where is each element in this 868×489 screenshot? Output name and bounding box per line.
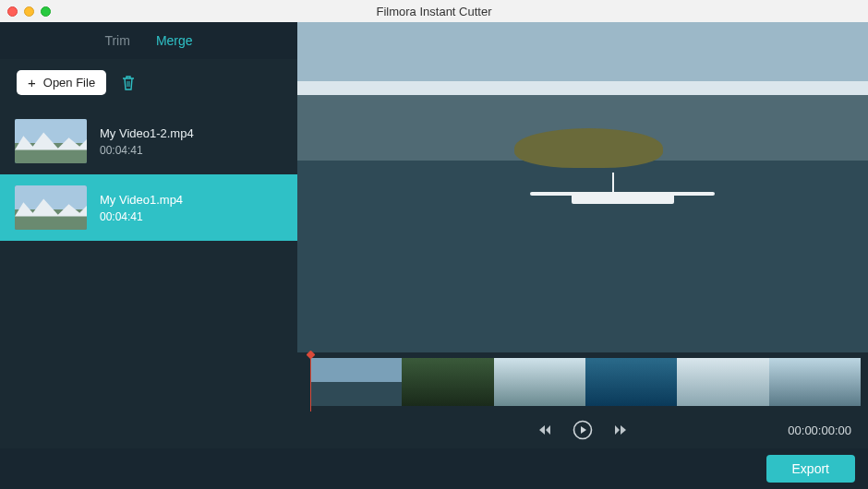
plus-icon: + — [28, 76, 36, 89]
app-body: Trim Merge + Open File — [0, 22, 868, 448]
sidebar-toolbar: + Open File — [0, 59, 297, 102]
clip-thumbnail — [15, 119, 87, 163]
timeline-frames — [310, 358, 861, 406]
video-preview[interactable] — [297, 22, 868, 352]
window-title: Filmora Instant Cutter — [0, 5, 868, 18]
next-frame-icon[interactable] — [615, 423, 630, 436]
frame-thumb — [494, 358, 585, 406]
frame-thumb — [310, 358, 402, 406]
sidebar: Trim Merge + Open File — [0, 22, 297, 448]
clip-thumbnail — [15, 185, 87, 230]
zoom-icon[interactable] — [41, 6, 51, 17]
frame-thumb — [677, 358, 768, 406]
frame-thumb — [585, 358, 677, 406]
clip-meta: My Video1.mp4 00:04:41 — [100, 193, 183, 223]
transport — [536, 420, 630, 440]
footer: Export — [0, 448, 868, 489]
clip-name: My Video1-2.mp4 — [100, 126, 194, 140]
clip-item[interactable]: My Video1.mp4 00:04:41 — [0, 174, 297, 241]
close-icon[interactable] — [7, 6, 18, 17]
playback-controls: 00:00:00:00 — [297, 411, 868, 448]
mode-tabs: Trim Merge — [0, 22, 297, 59]
clip-item[interactable]: My Video1-2.mp4 00:04:41 — [0, 108, 297, 174]
prev-frame-icon[interactable] — [536, 423, 550, 436]
window-controls — [7, 6, 51, 17]
export-button[interactable]: Export — [766, 455, 855, 483]
clip-list: My Video1-2.mp4 00:04:41 My Video1.mp4 0… — [0, 108, 297, 448]
minimize-icon[interactable] — [24, 6, 34, 17]
playhead-icon[interactable] — [310, 352, 311, 411]
frame-thumb — [402, 358, 493, 406]
open-file-label: Open File — [43, 76, 95, 89]
trash-icon[interactable] — [121, 75, 136, 91]
clip-duration: 00:04:41 — [100, 144, 194, 157]
frame-thumb — [769, 358, 861, 406]
titlebar: Filmora Instant Cutter — [0, 0, 868, 22]
timecode: 00:00:00:00 — [788, 423, 851, 437]
clip-name: My Video1.mp4 — [100, 193, 183, 207]
app-window: Filmora Instant Cutter Trim Merge + Open… — [0, 0, 868, 489]
clip-duration: 00:04:41 — [100, 210, 183, 223]
timeline-filmstrip[interactable] — [297, 352, 868, 411]
clip-meta: My Video1-2.mp4 00:04:41 — [100, 126, 194, 157]
tab-trim[interactable]: Trim — [104, 33, 129, 48]
play-icon[interactable] — [573, 420, 593, 440]
main-panel: 00:00:00:00 — [297, 22, 868, 448]
tab-merge[interactable]: Merge — [156, 33, 193, 48]
open-file-button[interactable]: + Open File — [17, 70, 106, 95]
